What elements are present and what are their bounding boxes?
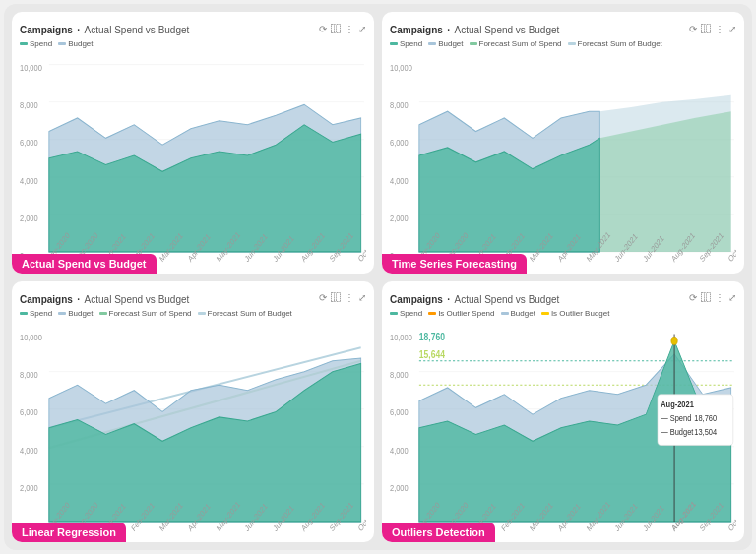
legend-1: Spend Budget bbox=[20, 39, 366, 48]
svg-text:4,000: 4,000 bbox=[390, 444, 409, 455]
svg-text:8,000: 8,000 bbox=[20, 100, 38, 111]
svg-text:6,000: 6,000 bbox=[20, 406, 38, 417]
card-icons-3: ⟳ ⿲ ⋮ ⤢ bbox=[319, 292, 366, 303]
svg-text:2,000: 2,000 bbox=[390, 213, 409, 223]
chart-svg-2: 0 2,000 4,000 6,000 8,000 10,000 bbox=[390, 51, 736, 266]
card-header-4: Campaigns · Actual Spend vs Budget ⟳ ⿲ ⋮… bbox=[390, 289, 736, 307]
svg-text:10,000: 10,000 bbox=[20, 62, 42, 73]
dashboard: Campaigns · Actual Spend vs Budget ⟳ ⿲ ⋮… bbox=[4, 4, 752, 550]
chart-svg-1: 0 2,000 4,000 6,000 8,000 10,000 Nov-202… bbox=[20, 51, 366, 266]
card-icons-2: ⟳ ⿲ ⋮ ⤢ bbox=[689, 24, 736, 34]
chart-icon-3[interactable]: ⿲ bbox=[331, 292, 341, 303]
more-icon-1[interactable]: ⋮ bbox=[345, 24, 354, 34]
chart-svg-4: 0 2,000 4,000 6,000 8,000 10,000 bbox=[390, 321, 736, 535]
card-title-1: Campaigns · Actual Spend vs Budget bbox=[20, 20, 189, 37]
more-icon-3[interactable]: ⋮ bbox=[345, 292, 354, 303]
svg-point-96 bbox=[671, 337, 677, 344]
svg-text:8,000: 8,000 bbox=[390, 369, 409, 380]
card-header-2: Campaigns · Actual Spend vs Budget ⟳ ⿲ ⋮… bbox=[390, 20, 736, 37]
legend-item-outlier-spend-4: Is Outlier Spend bbox=[428, 309, 494, 318]
svg-text:8,000: 8,000 bbox=[390, 100, 409, 111]
expand-icon-4[interactable]: ⤢ bbox=[728, 292, 736, 303]
card-label-2: Time Series Forecasting bbox=[382, 254, 527, 274]
svg-text:2,000: 2,000 bbox=[20, 213, 38, 223]
card-title-3: Campaigns · Actual Spend vs Budget bbox=[20, 289, 189, 307]
refresh-icon-1[interactable]: ⟳ bbox=[319, 24, 327, 34]
legend-item-outlier-budget-4: Is Outlier Budget bbox=[541, 309, 610, 318]
card-title-2: Campaigns · Actual Spend vs Budget bbox=[390, 20, 559, 37]
card-label-3: Linear Regression bbox=[12, 523, 126, 542]
legend-item-fspend-2: Forecast Sum of Spend bbox=[470, 39, 562, 48]
legend-item-spend-1: Spend bbox=[20, 39, 52, 48]
more-icon-2[interactable]: ⋮ bbox=[715, 24, 724, 34]
legend-3: Spend Budget Forecast Sum of Spend Forec… bbox=[20, 309, 366, 318]
legend-item-budget-3: Budget bbox=[58, 309, 93, 318]
refresh-icon-2[interactable]: ⟳ bbox=[689, 24, 697, 34]
svg-text:10,000: 10,000 bbox=[20, 332, 42, 342]
svg-text:4,000: 4,000 bbox=[390, 175, 409, 186]
legend-color-budget-1 bbox=[58, 42, 66, 45]
svg-text:4,000: 4,000 bbox=[20, 444, 38, 455]
svg-text:18,760: 18,760 bbox=[694, 412, 717, 423]
chart-icon-1[interactable]: ⿲ bbox=[331, 24, 341, 34]
svg-text:— Budget: — Budget bbox=[661, 425, 694, 436]
chart-icon-2[interactable]: ⿲ bbox=[701, 24, 711, 34]
legend-4: Spend Is Outlier Spend Budget Is Outlier… bbox=[390, 309, 736, 318]
svg-text:10,000: 10,000 bbox=[390, 332, 412, 342]
svg-text:6,000: 6,000 bbox=[390, 406, 409, 417]
card-linear-regression: Campaigns · Actual Spend vs Budget ⟳ ⿲ ⋮… bbox=[12, 281, 374, 543]
more-icon-4[interactable]: ⋮ bbox=[715, 292, 724, 303]
card-icons-1: ⟳ ⿲ ⋮ ⤢ bbox=[319, 24, 366, 34]
legend-item-spend-2: Spend bbox=[390, 39, 422, 48]
chart-svg-3: 0 2,000 4,000 6,000 8,000 10,000 bbox=[20, 321, 366, 535]
legend-2: Spend Budget Forecast Sum of Spend Forec… bbox=[390, 39, 736, 48]
svg-text:15,644: 15,644 bbox=[419, 348, 446, 360]
legend-item-budget-1: Budget bbox=[58, 39, 93, 48]
card-time-series: Campaigns · Actual Spend vs Budget ⟳ ⿲ ⋮… bbox=[382, 12, 744, 274]
svg-text:13,504: 13,504 bbox=[694, 425, 717, 436]
card-outliers: Campaigns · Actual Spend vs Budget ⟳ ⿲ ⋮… bbox=[382, 281, 744, 543]
legend-item-budget-4: Budget bbox=[501, 309, 536, 318]
card-header-1: Campaigns · Actual Spend vs Budget ⟳ ⿲ ⋮… bbox=[20, 20, 366, 37]
legend-item-budget-2: Budget bbox=[428, 39, 463, 48]
expand-icon-2[interactable]: ⤢ bbox=[728, 24, 736, 34]
expand-icon-1[interactable]: ⤢ bbox=[358, 24, 366, 34]
chart-area-3: 0 2,000 4,000 6,000 8,000 10,000 bbox=[20, 321, 366, 535]
svg-text:Aug-2021: Aug-2021 bbox=[661, 399, 694, 409]
card-label-1: Actual Spend vs Budget bbox=[12, 254, 157, 274]
svg-text:2,000: 2,000 bbox=[390, 481, 409, 492]
svg-text:10,000: 10,000 bbox=[390, 62, 412, 73]
legend-item-spend-4: Spend bbox=[390, 309, 422, 318]
svg-text:8,000: 8,000 bbox=[20, 369, 38, 380]
card-actual-spend: Campaigns · Actual Spend vs Budget ⟳ ⿲ ⋮… bbox=[12, 12, 374, 274]
chart-icon-4[interactable]: ⿲ bbox=[701, 292, 711, 303]
card-label-4: Outliers Detection bbox=[382, 523, 495, 542]
card-title-4: Campaigns · Actual Spend vs Budget bbox=[390, 289, 559, 307]
svg-text:18,760: 18,760 bbox=[419, 331, 446, 342]
card-header-3: Campaigns · Actual Spend vs Budget ⟳ ⿲ ⋮… bbox=[20, 289, 366, 307]
legend-color-spend-1 bbox=[20, 42, 28, 45]
svg-marker-40 bbox=[419, 138, 599, 252]
svg-text:2,000: 2,000 bbox=[20, 481, 38, 492]
refresh-icon-3[interactable]: ⟳ bbox=[319, 292, 327, 303]
legend-item-fspend-3: Forecast Sum of Spend bbox=[99, 309, 192, 318]
svg-text:— Spend: — Spend bbox=[661, 412, 691, 423]
svg-text:6,000: 6,000 bbox=[390, 138, 409, 149]
svg-text:4,000: 4,000 bbox=[20, 175, 38, 186]
chart-area-1: 0 2,000 4,000 6,000 8,000 10,000 Nov-202… bbox=[20, 51, 366, 266]
svg-text:6,000: 6,000 bbox=[20, 138, 38, 149]
legend-item-fbudget-2: Forecast Sum of Budget bbox=[568, 39, 662, 48]
legend-item-spend-3: Spend bbox=[20, 309, 52, 318]
legend-item-fbudget-3: Forecast Sum of Budget bbox=[198, 309, 292, 318]
chart-area-2: 0 2,000 4,000 6,000 8,000 10,000 bbox=[390, 51, 736, 266]
expand-icon-3[interactable]: ⤢ bbox=[358, 292, 366, 303]
chart-area-4: 0 2,000 4,000 6,000 8,000 10,000 bbox=[390, 321, 736, 535]
refresh-icon-4[interactable]: ⟳ bbox=[689, 292, 697, 303]
card-icons-4: ⟳ ⿲ ⋮ ⤢ bbox=[689, 292, 736, 303]
